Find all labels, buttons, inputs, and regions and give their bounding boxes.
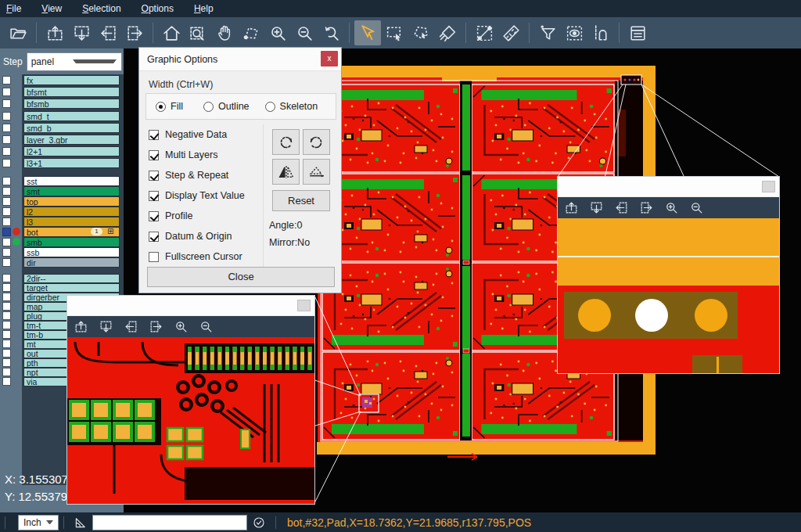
layer-name[interactable]: l2+1: [23, 146, 120, 156]
corner-angle-icon[interactable]: [74, 516, 88, 530]
checkbox-icon[interactable]: [149, 171, 159, 181]
layer-checkbox[interactable]: [2, 217, 11, 226]
layer-checkbox[interactable]: [2, 321, 11, 329]
radio-icon[interactable]: [265, 102, 275, 112]
layer-name[interactable]: bfsmb: [23, 99, 120, 109]
mirror-horizontal-button[interactable]: [272, 159, 300, 185]
pan-right-icon[interactable]: [121, 20, 148, 45]
layer-checkbox[interactable]: [2, 248, 11, 257]
zoom-polygon-icon[interactable]: [238, 20, 264, 45]
pan-down-icon[interactable]: [586, 199, 606, 217]
layer-checkbox[interactable]: [2, 112, 11, 120]
snap-magnet-icon[interactable]: [587, 20, 614, 45]
layer-row-fx[interactable]: fx: [0, 74, 124, 86]
view-options-icon[interactable]: [561, 20, 587, 45]
layer-name[interactable]: top: [23, 196, 120, 207]
checkbox-fullscreen-cursor[interactable]: Fullscreen Cursor: [149, 246, 245, 267]
filter-icon[interactable]: [534, 20, 561, 45]
layer-name[interactable]: sst: [23, 176, 120, 186]
zoom-in-icon[interactable]: [171, 318, 191, 336]
layer-checkbox[interactable]: [2, 238, 11, 246]
layer-row-layer_3.gbr[interactable]: layer_3.gbr: [0, 134, 124, 146]
pan-up-icon[interactable]: [70, 318, 91, 336]
layer-row-top[interactable]: top: [0, 196, 124, 207]
layer-name[interactable]: smt: [23, 186, 120, 196]
checkbox-multi-layers[interactable]: Multi Layers: [149, 145, 245, 165]
menu-options[interactable]: Options: [142, 3, 174, 14]
select-polygon-icon[interactable]: [408, 20, 434, 45]
window-button-icon[interactable]: [762, 181, 775, 192]
layer-row-dir[interactable]: dir: [0, 257, 124, 268]
window-button-icon[interactable]: [297, 300, 311, 311]
layer-checkbox[interactable]: [2, 258, 11, 267]
layer-checkbox[interactable]: [2, 187, 11, 196]
pan-down-icon[interactable]: [95, 318, 116, 336]
zoom-out-icon[interactable]: [686, 199, 706, 217]
layer-checkbox[interactable]: [2, 340, 11, 348]
checkbox-icon[interactable]: [149, 211, 159, 221]
close-button[interactable]: Close: [147, 267, 335, 287]
pan-down-icon[interactable]: [68, 20, 95, 45]
layer-checkbox[interactable]: [2, 177, 11, 185]
magnifier-titlebar[interactable]: [558, 177, 779, 197]
layer-row-sst[interactable]: sst: [0, 176, 124, 186]
zoom-in-icon[interactable]: [264, 20, 291, 45]
magnifier-window-detail[interactable]: [66, 295, 315, 505]
layer-name[interactable]: smd_t: [23, 111, 120, 121]
checkbox-icon[interactable]: [149, 150, 159, 160]
layer-checkbox[interactable]: [2, 302, 11, 311]
layer-checkbox[interactable]: [2, 207, 11, 216]
layer-name[interactable]: l3: [23, 217, 120, 227]
rotate-ccw-button[interactable]: [303, 129, 330, 155]
magnifier-titlebar[interactable]: [67, 296, 314, 316]
layer-row-target[interactable]: target: [0, 283, 124, 293]
layer-checkbox[interactable]: [2, 99, 11, 108]
unit-select[interactable]: Inch: [18, 515, 59, 530]
checkbox-icon[interactable]: [149, 191, 159, 201]
layer-checkbox[interactable]: [2, 358, 11, 367]
pan-up-icon[interactable]: [41, 20, 68, 45]
checkbox-negative-data[interactable]: Negative Data: [149, 124, 245, 145]
zoom-in-icon[interactable]: [661, 199, 681, 217]
layer-checkbox[interactable]: [2, 76, 11, 84]
checkbox-datum-origin[interactable]: Datum & Origin: [149, 226, 245, 246]
radio-outline[interactable]: Outline: [203, 101, 250, 112]
pan-left-icon[interactable]: [95, 20, 121, 45]
layer-name[interactable]: 2dir--: [23, 274, 120, 283]
layer-checkbox[interactable]: [2, 147, 11, 156]
pan-left-icon[interactable]: [611, 199, 631, 217]
zoom-out-icon[interactable]: [196, 318, 216, 336]
magnifier-pcb-view[interactable]: [67, 337, 314, 504]
layer-name[interactable]: smd_b: [23, 123, 120, 133]
layer-checkbox[interactable]: [2, 377, 11, 386]
layer-checkbox[interactable]: [2, 293, 11, 301]
magnifier-pcb-view[interactable]: [558, 218, 779, 373]
layer-row-smb[interactable]: smb: [0, 237, 124, 247]
menu-file[interactable]: File: [6, 3, 21, 14]
layer-name[interactable]: target: [23, 283, 120, 293]
step-repeat-grid-icon[interactable]: ⊞: [107, 226, 113, 236]
radio-skeleton[interactable]: Skeleton: [265, 101, 318, 112]
layer-checkbox[interactable]: [2, 197, 11, 206]
dialog-titlebar[interactable]: Graphic Options x: [139, 48, 341, 71]
clean-brush-icon[interactable]: [434, 20, 461, 45]
layer-checkbox[interactable]: [2, 311, 11, 320]
layer-row-l3+1[interactable]: l3+1: [0, 157, 124, 169]
layer-row-bfsmt[interactable]: bfsmt: [0, 86, 124, 98]
layer-name[interactable]: l3+1: [23, 158, 120, 168]
layer-row-l2+1[interactable]: l2+1: [0, 146, 124, 157]
layer-checkbox[interactable]: [2, 228, 11, 236]
command-input[interactable]: [92, 515, 247, 530]
menu-help[interactable]: Help: [194, 3, 214, 14]
radio-icon[interactable]: [156, 102, 166, 112]
reset-button[interactable]: Reset: [272, 190, 330, 211]
layer-row-2dir--[interactable]: 2dir--: [0, 274, 124, 283]
radio-fill[interactable]: Fill: [156, 101, 183, 112]
layer-checkbox[interactable]: [2, 283, 11, 292]
layer-checkbox[interactable]: [2, 349, 11, 358]
close-icon[interactable]: x: [321, 51, 338, 66]
checkbox-icon[interactable]: [149, 130, 159, 140]
checkbox-step-repeat[interactable]: Step & Repeat: [149, 165, 245, 185]
layer-active-dot-icon[interactable]: [13, 238, 20, 246]
select-cursor-icon[interactable]: [354, 20, 381, 45]
